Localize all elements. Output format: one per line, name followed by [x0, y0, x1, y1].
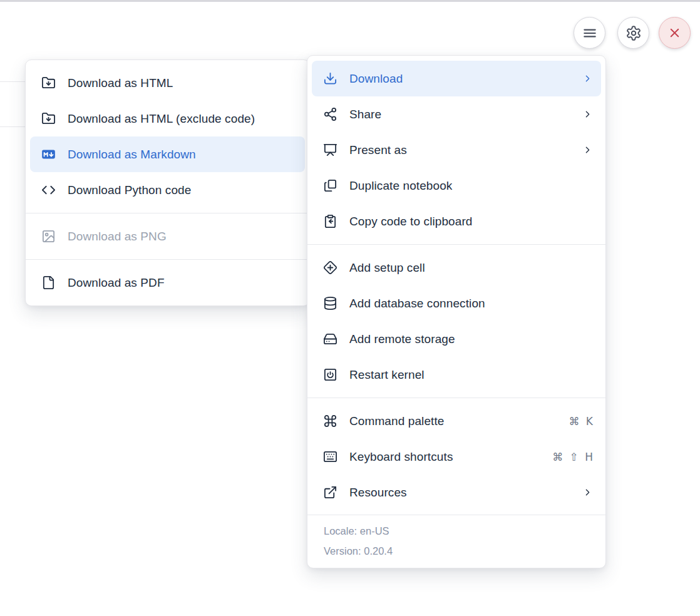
menu-item-download-as-png: Download as PNG: [30, 218, 305, 254]
close-icon: [667, 26, 682, 40]
menu-item-label: Add remote storage: [349, 332, 593, 346]
share-icon: [323, 107, 337, 121]
diamond-plus-icon: [323, 260, 337, 275]
copy-icon: [323, 178, 337, 193]
locale-text: Locale: en-US: [324, 521, 605, 541]
menu-item-label: Add setup cell: [349, 261, 593, 275]
download-icon: [323, 71, 337, 86]
markdown-download-icon: [41, 147, 56, 162]
menu-item-download-as-html-exclude-code[interactable]: Download as HTML (exclude code): [30, 101, 305, 136]
menu-item-label: Present as: [349, 143, 582, 157]
menu-item-download-as-pdf[interactable]: Download as PDF: [30, 265, 305, 300]
menu-item-label: Command palette: [349, 414, 569, 428]
menu-item-present-as[interactable]: Present as: [312, 132, 601, 168]
hard-drive-icon: [323, 332, 337, 346]
menu-item-add-setup-cell[interactable]: Add setup cell: [312, 250, 601, 285]
chevron-right-icon: [582, 109, 593, 120]
file-icon: [41, 275, 56, 290]
menu-separator: [26, 213, 309, 213]
menu-item-duplicate-notebook[interactable]: Duplicate notebook: [312, 168, 601, 203]
menu-item-label: Copy code to clipboard: [349, 215, 593, 228]
menu-item-download-as-html[interactable]: Download as HTML: [30, 65, 305, 101]
menu-item-keyboard-shortcuts[interactable]: Keyboard shortcuts⌘ ⇧ H: [312, 439, 601, 475]
menu-item-label: Resources: [349, 486, 582, 500]
menu-item-label: Download as PDF: [68, 276, 297, 290]
command-icon: [323, 414, 337, 428]
window-top-border: [0, 0, 700, 2]
menu-item-resources[interactable]: Resources: [312, 475, 601, 510]
menu-item-add-remote-storage[interactable]: Add remote storage: [312, 321, 601, 357]
close-button[interactable]: [659, 17, 691, 49]
folder-down-icon: [41, 111, 56, 126]
external-link-icon: [323, 485, 337, 500]
hamburger-icon: [582, 25, 598, 41]
chevron-right-icon: [582, 73, 593, 84]
folder-down-icon: [41, 76, 56, 90]
menu-separator: [26, 259, 309, 260]
code-icon: [41, 183, 56, 197]
gear-icon: [625, 25, 642, 41]
database-icon: [323, 296, 337, 311]
menu-item-label: Share: [349, 108, 582, 121]
menu-item-label: Download: [349, 72, 582, 86]
shortcut-hint: ⌘ K: [569, 415, 593, 428]
menu-item-label: Download as Markdown: [68, 148, 297, 162]
menu-item-label: Duplicate notebook: [349, 179, 593, 193]
clipboard-copy-icon: [323, 214, 337, 228]
menu-item-restart-kernel[interactable]: Restart kernel: [312, 357, 601, 393]
menu-item-add-database-connection[interactable]: Add database connection: [312, 285, 601, 321]
menu-item-share[interactable]: Share: [312, 96, 601, 132]
menu-item-label: Download Python code: [68, 183, 297, 197]
menu-item-label: Download as HTML (exclude code): [68, 112, 297, 126]
menu-footer: Locale: en-US Version: 0.20.4: [307, 515, 605, 563]
menu-separator: [307, 398, 605, 398]
menu-item-label: Download as PNG: [68, 230, 297, 244]
menu-item-download-as-markdown[interactable]: Download as Markdown: [30, 136, 305, 172]
presentation-icon: [323, 143, 337, 157]
menu-separator: [307, 244, 605, 245]
notebook-actions-menu: DownloadSharePresent asDuplicate noteboo…: [307, 55, 606, 568]
menu-item-label: Download as HTML: [68, 76, 297, 90]
notebook-menu-button[interactable]: [574, 17, 605, 49]
menu-item-download[interactable]: Download: [312, 61, 601, 96]
menu-item-command-palette[interactable]: Command palette⌘ K: [312, 403, 601, 439]
version-text: Version: 0.20.4: [324, 541, 605, 561]
keyboard-icon: [323, 449, 337, 464]
square-power-icon: [323, 367, 337, 382]
menu-item-label: Add database connection: [349, 297, 593, 311]
settings-button[interactable]: [617, 17, 649, 49]
chevron-right-icon: [582, 145, 593, 155]
background-cell-border: [0, 126, 26, 127]
menu-item-label: Restart kernel: [349, 368, 593, 382]
image-icon: [41, 229, 56, 244]
download-submenu: Download as HTMLDownload as HTML (exclud…: [25, 59, 310, 306]
chevron-right-icon: [582, 487, 593, 498]
menu-item-label: Keyboard shortcuts: [349, 450, 552, 464]
shortcut-hint: ⌘ ⇧ H: [552, 451, 593, 463]
app-background: Download as HTMLDownload as HTML (exclud…: [0, 0, 700, 616]
menu-item-download-python-code[interactable]: Download Python code: [30, 172, 305, 208]
background-cell-border: [0, 81, 26, 82]
menu-item-copy-code-to-clipboard[interactable]: Copy code to clipboard: [312, 203, 601, 239]
